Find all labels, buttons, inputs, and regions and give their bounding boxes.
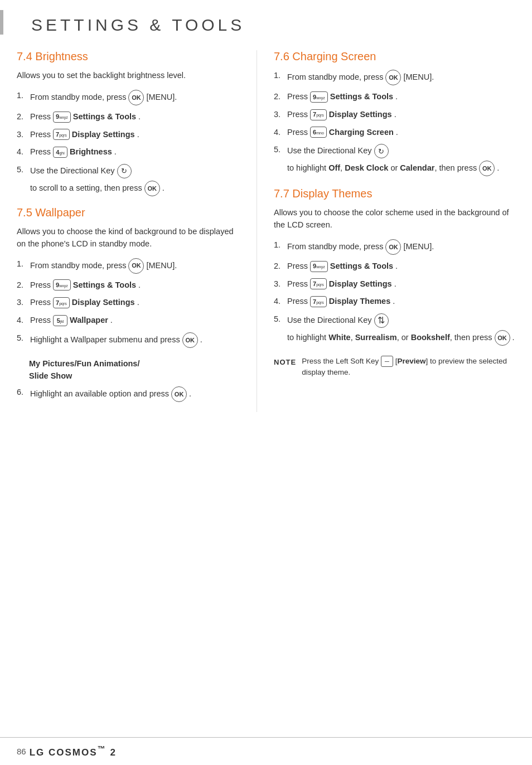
step-item: 4. Press 7pqrs Display Themes. xyxy=(274,296,515,308)
step-text: . xyxy=(394,109,396,121)
step-text: Press xyxy=(30,146,51,158)
ok-key: OK xyxy=(128,258,144,274)
step-bold: Display Settings xyxy=(72,129,135,141)
section-7-7-title: 7.7 Display Themes xyxy=(274,187,515,200)
step-content: Press 9wxyz Settings & Tools. xyxy=(30,279,141,292)
step-content: Highlight an available option and press … xyxy=(30,386,191,402)
step-text: Press xyxy=(30,279,51,292)
step-item: 5. Use the Directional Key ↻ to highligh… xyxy=(274,144,515,176)
step-text: [MENU]. xyxy=(403,71,434,84)
step-number: 5. xyxy=(274,144,284,156)
step-number: 4. xyxy=(274,127,284,139)
step-number: 1. xyxy=(274,70,284,82)
sub-item-bold: My Pictures/Fun Animations/Slide Show xyxy=(29,359,139,380)
step-number: 4. xyxy=(17,314,27,327)
key-7: 7pqrs xyxy=(53,297,70,308)
step-text: . xyxy=(114,146,117,158)
step-bold: Settings & Tools xyxy=(330,91,393,103)
step-text: . xyxy=(162,182,165,195)
key-9: 9wxyz xyxy=(53,279,71,290)
key-9: 9wxyz xyxy=(310,91,328,103)
section-7-5-steps2: 6. Highlight an available option and pre… xyxy=(17,386,240,402)
section-7-4-steps: 1. From standby mode, press OK [MENU]. 2… xyxy=(17,90,240,196)
ok-key: OK xyxy=(171,386,187,402)
step-text: Press xyxy=(287,296,308,308)
step-text: . xyxy=(200,334,202,346)
step-number: 1. xyxy=(17,258,27,270)
step-content: Use the Directional Key ⇅ to highlight W… xyxy=(287,313,515,346)
soft-key-icon: ─ xyxy=(381,356,393,367)
key-4: 4ghi xyxy=(53,147,67,158)
footer-page-number: 86 xyxy=(17,747,26,756)
step-text: Use the Directional Key xyxy=(287,145,372,157)
step-text: Use the Directional Key xyxy=(287,314,372,327)
step-text: [MENU]. xyxy=(146,91,177,104)
page-footer: 86 LG COSMOS™ 2 xyxy=(0,737,532,765)
key-9: 9wxyz xyxy=(310,261,328,272)
step-bold: Display Settings xyxy=(72,297,135,309)
step-text: [MENU]. xyxy=(403,241,434,253)
step-item: 1. From standby mode, press OK [MENU]. xyxy=(17,258,240,274)
step-item: 3. Press 7pqrs Display Settings. xyxy=(274,109,515,121)
page-header: SETTINGS & TOOLS xyxy=(0,0,532,45)
step-text: to scroll to a setting, then press xyxy=(30,182,142,195)
section-7-6-steps: 1. From standby mode, press OK [MENU]. 2… xyxy=(274,70,515,176)
step-bold: Display Settings xyxy=(329,278,392,290)
step-item: 5. Highlight a Wallpaper submenu and pre… xyxy=(17,332,240,348)
trademark-symbol: ™ xyxy=(98,744,107,753)
step-text: Press xyxy=(30,314,51,327)
step-item: 1. From standby mode, press OK [MENU]. xyxy=(274,239,515,255)
step-item: 2. Press 9wxyz Settings & Tools. xyxy=(17,111,240,123)
directional-key-icon: ↻ xyxy=(374,144,389,158)
step-item: 6. Highlight an available option and pre… xyxy=(17,386,240,402)
step-number: 2. xyxy=(17,111,27,123)
section-7-4-title: 7.4 Brightness xyxy=(17,50,240,63)
step-item: 2. Press 9wxyz Settings & Tools. xyxy=(274,91,515,103)
step-text: Highlight a Wallpaper submenu and press xyxy=(30,334,180,346)
section-7-5: 7.5 Wallpaper Allows you to choose the k… xyxy=(17,206,240,402)
key-7: 7pqrs xyxy=(310,278,327,289)
step-bold: Display Settings xyxy=(329,109,392,121)
step-item: 4. Press 5jkl Wallpaper. xyxy=(17,314,240,327)
key-5: 5jkl xyxy=(53,315,67,326)
key-7: 7pqrs xyxy=(53,129,70,140)
step-content: Press 7pqrs Display Themes. xyxy=(287,296,395,308)
step-bold: Settings & Tools xyxy=(73,279,136,292)
step-text: . xyxy=(393,296,395,308)
step-content: From standby mode, press OK [MENU]. xyxy=(287,239,434,255)
step-text: . xyxy=(394,278,396,290)
step-content: Highlight a Wallpaper submenu and press … xyxy=(30,332,202,348)
step-text: Press xyxy=(287,127,308,139)
section-7-4: 7.4 Brightness Allows you to set the bac… xyxy=(17,50,240,196)
step-content: Press 9wxyz Settings & Tools. xyxy=(30,111,141,123)
step-content: Press 7pqrs Display Settings. xyxy=(287,278,396,290)
ok-key: OK xyxy=(385,239,401,255)
section-7-7-intro: Allows you to choose the color scheme us… xyxy=(274,207,515,231)
step-text: From standby mode, press xyxy=(30,91,126,104)
step-number: 4. xyxy=(17,146,27,158)
step-text: Press xyxy=(287,260,308,273)
step-item: 4. Press 6mno Charging Screen. xyxy=(274,127,515,139)
step-number: 4. xyxy=(274,296,284,308)
step-text: . xyxy=(137,297,139,309)
step-item: 5. Use the Directional Key ↻ to scroll t… xyxy=(17,164,240,196)
step-text: . xyxy=(138,111,141,123)
header-bar xyxy=(0,10,3,35)
sub-item-label: My Pictures/Fun Animations/Slide Show xyxy=(29,358,240,382)
step-item: 3. Press 7pqrs Display Settings. xyxy=(17,129,240,141)
step-number: 1. xyxy=(274,239,284,251)
step-number: 1. xyxy=(17,90,27,102)
step-number: 3. xyxy=(17,297,27,309)
step-content: Use the Directional Key ↻ to scroll to a… xyxy=(30,164,240,196)
step-text: . xyxy=(512,332,515,344)
step-text: Press xyxy=(287,278,308,290)
step-number: 3. xyxy=(274,278,284,290)
step-content: Press 6mno Charging Screen. xyxy=(287,127,398,139)
step-text: Press xyxy=(30,297,51,309)
section-7-6: 7.6 Charging Screen 1. From standby mode… xyxy=(274,50,515,176)
step-content: From standby mode, press OK [MENU]. xyxy=(30,90,177,105)
page-title: SETTINGS & TOOLS xyxy=(14,10,245,35)
step-bold: Brightness xyxy=(70,146,112,158)
ok-key: OK xyxy=(495,330,510,346)
step-content: Press 7pqrs Display Settings. xyxy=(287,109,396,121)
